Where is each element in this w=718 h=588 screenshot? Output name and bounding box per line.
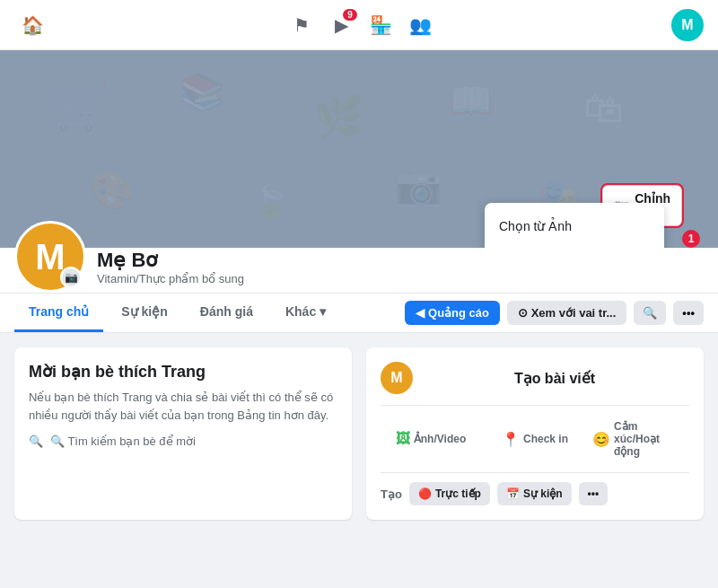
group-icon: 👥 <box>409 14 432 36</box>
more-tab-button[interactable]: ••• <box>673 301 704 325</box>
post-avatar-letter: M <box>390 370 402 386</box>
post-title: Tạo bài viết <box>420 370 689 387</box>
feeling-label: Cảm xúc/Hoạt động <box>614 420 686 458</box>
nav-center: ⚑ ▶ 9 🏪 👥 <box>284 7 438 43</box>
svg-text:🎨: 🎨 <box>90 169 135 212</box>
profile-avatar[interactable]: M 📷 <box>14 221 86 293</box>
profile-camera-icon[interactable]: 📷 <box>60 267 82 288</box>
feeling-button[interactable]: 😊 Cảm xúc/Hoạt động <box>589 415 689 463</box>
main-content: Mời bạn bè thích Trang Nếu bạn bè thích … <box>0 333 718 534</box>
invite-friends-card: Mời bạn bè thích Trang Nếu bạn bè thích … <box>14 347 352 520</box>
cover-photo-area: 🛒 📚 🌿 📖 🛍 🎨 🍃 📷 🎭 📷 Chỉnh sửa 1 Chọn từ … <box>0 50 718 248</box>
quang-cao-button[interactable]: ◀ Quảng cáo <box>405 301 500 325</box>
photo-video-button[interactable]: 🖼 Ảnh/Video <box>381 426 481 452</box>
svg-text:📖: 📖 <box>449 79 494 122</box>
video-nav-button[interactable]: ▶ 9 <box>323 7 359 43</box>
dropdown-item-chon-video[interactable]: Chọn từ Video <box>485 242 664 248</box>
event-icon: 📅 <box>506 487 520 500</box>
tab-danh-gia[interactable]: Đánh giá <box>186 294 267 332</box>
home-nav-button[interactable]: 🏠 <box>14 7 50 43</box>
video-badge: 9 <box>343 9 357 21</box>
nav-left: 🏠 <box>14 7 50 43</box>
svg-text:🌿: 🌿 <box>314 93 365 142</box>
search-friends-input[interactable]: 🔍 🔍 Tìm kiếm bạn bè để mời <box>29 434 337 448</box>
live-button[interactable]: 🔴 Trực tiếp <box>409 482 490 505</box>
quang-cao-label: ◀ Quảng cáo <box>416 306 489 320</box>
tabs-bar: Trang chủ Sự kiện Đánh giá Khác ▾ ◀ Quản… <box>0 294 718 333</box>
profile-avatar-letter: M <box>35 237 65 277</box>
tab-label: Sự kiện <box>121 304 167 319</box>
create-post-card: M Tạo bài viết 🖼 Ảnh/Video 📍 Check in 😊 … <box>366 347 704 520</box>
tabs-right-buttons: ◀ Quảng cáo ⊙ Xem với vai tr... 🔍 ••• <box>405 301 704 325</box>
search-icon: 🔍 <box>643 306 657 320</box>
svg-text:🛒: 🛒 <box>54 80 110 134</box>
dropdown-item-chon-anh[interactable]: Chọn từ Ảnh <box>485 210 664 242</box>
tab-label: Trang chủ <box>29 304 89 319</box>
profile-category: Vitamin/Thực phẩm bổ sung <box>97 272 704 285</box>
location-icon: 📍 <box>502 431 520 448</box>
profile-section: M 📷 Mẹ Bơ Vitamin/Thực phẩm bổ sung <box>0 248 718 294</box>
tab-label: Đánh giá <box>200 304 253 319</box>
svg-text:📷: 📷 <box>395 163 442 208</box>
profile-name: Mẹ Bơ <box>97 249 704 272</box>
event-button[interactable]: 📅 Sự kiện <box>497 482 572 505</box>
svg-text:📚: 📚 <box>180 70 224 113</box>
avatar-letter: M <box>681 17 693 33</box>
post-avatar: M <box>381 362 413 394</box>
store-icon: 🏪 <box>370 14 392 36</box>
post-actions-bar: 🖼 Ảnh/Video 📍 Check in 😊 Cảm xúc/Hoạt độ… <box>381 405 689 463</box>
check-in-label: Check in <box>523 433 568 445</box>
svg-text:🛍: 🛍 <box>583 85 624 131</box>
more-extras-button[interactable]: ••• <box>579 482 609 505</box>
tab-su-kien[interactable]: Sự kiện <box>107 294 181 332</box>
xem-vai-tro-button[interactable]: ⊙ Xem với vai tr... <box>507 301 626 325</box>
user-avatar[interactable]: M <box>671 9 704 41</box>
invite-card-subtitle: Nếu bạn bè thích Trang và chia sẻ bài vi… <box>29 389 337 424</box>
profile-info: Mẹ Bơ Vitamin/Thực phẩm bổ sung <box>97 249 704 293</box>
store-nav-button[interactable]: 🏪 <box>363 7 398 43</box>
extras-label: Tạo <box>381 487 402 501</box>
photo-label: Ảnh/Video <box>414 433 466 445</box>
search-tab-button[interactable]: 🔍 <box>634 301 666 325</box>
flag-nav-button[interactable]: ⚑ <box>284 7 320 43</box>
tab-trang-chu[interactable]: Trang chủ <box>14 294 103 332</box>
cover-dropdown-menu: Chọn từ Ảnh Chọn từ Video Tạo bản trình … <box>485 203 664 248</box>
more-icon: ••• <box>682 306 695 320</box>
search-icon: 🔍 <box>29 434 43 448</box>
group-nav-button[interactable]: 👥 <box>402 7 438 43</box>
photo-icon: 🖼 <box>396 431 410 447</box>
feeling-icon: 😊 <box>592 431 610 448</box>
create-post-header: M Tạo bài viết <box>381 362 689 394</box>
svg-text:🍃: 🍃 <box>251 182 291 220</box>
more-extras-icon: ••• <box>588 487 600 500</box>
xem-vai-tro-label: ⊙ Xem với vai tr... <box>518 306 616 320</box>
invite-card-title: Mời bạn bè thích Trang <box>29 362 337 382</box>
event-label: Sự kiện <box>523 487 563 500</box>
live-label: Trực tiếp <box>435 487 481 500</box>
flag-icon: ⚑ <box>293 14 310 36</box>
live-icon: 🔴 <box>418 487 432 500</box>
badge-1: 1 <box>682 230 700 248</box>
top-navigation: 🏠 ⚑ ▶ 9 🏪 👥 M <box>0 0 718 50</box>
check-in-button[interactable]: 📍 Check in <box>485 426 585 453</box>
search-friends-placeholder: 🔍 Tìm kiếm bạn bè để mời <box>50 434 196 448</box>
dropdown-item-label: Chọn từ Ảnh <box>499 219 572 233</box>
home-icon: 🏠 <box>22 14 44 36</box>
post-extras-bar: Tạo 🔴 Trực tiếp 📅 Sự kiện ••• <box>381 472 689 505</box>
tab-label: Khác ▾ <box>285 304 326 319</box>
tab-khac[interactable]: Khác ▾ <box>271 294 340 332</box>
nav-right: M <box>671 9 704 41</box>
